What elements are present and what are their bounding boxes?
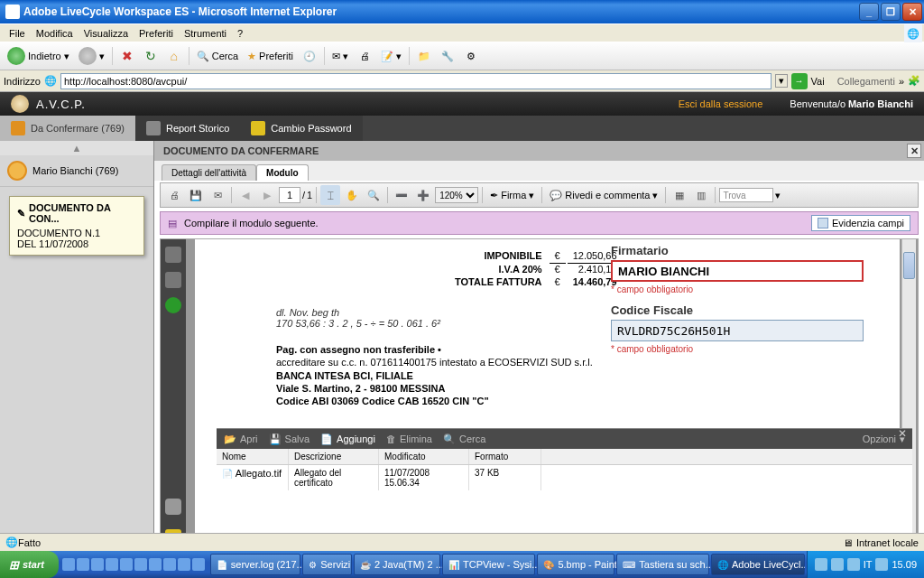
task-button[interactable]: 📄server.log (217... <box>210 554 300 575</box>
ql-icon[interactable] <box>192 558 205 571</box>
extension-icon[interactable]: 🧩 <box>908 75 920 87</box>
menu-file[interactable]: File <box>4 26 31 41</box>
task-button[interactable]: ⚙Servizi <box>302 554 352 575</box>
edit-button[interactable]: 📝 ▾ <box>377 45 405 67</box>
tab-report-storico[interactable]: Report Storico <box>135 116 240 141</box>
print-icon[interactable]: 🖨 <box>164 185 184 205</box>
home-button[interactable]: ⌂ <box>163 45 185 67</box>
collapse-up[interactable]: ▲ <box>0 141 153 155</box>
extra-button-3[interactable]: ⚙ <box>460 45 482 67</box>
help-icon[interactable] <box>165 297 181 313</box>
scrollbar-thumb[interactable] <box>903 252 915 279</box>
review-dropdown[interactable]: 💬Rivedi e commenta ▾ <box>546 190 661 201</box>
tab-cambio-password[interactable]: Cambio Password <box>240 116 362 141</box>
address-input[interactable] <box>60 73 772 89</box>
extra-button-2[interactable]: 🔧 <box>437 45 458 67</box>
col-name[interactable]: Nome <box>217 449 289 464</box>
menu-fav[interactable]: Preferiti <box>134 26 179 41</box>
menu-edit[interactable]: Modifica <box>31 26 79 41</box>
menu-tools[interactable]: Strumenti <box>179 26 232 41</box>
marquee-zoom-icon[interactable]: 🔍 <box>364 185 383 205</box>
ql-icon[interactable] <box>120 558 133 571</box>
tray-icon[interactable] <box>875 558 888 571</box>
menu-view[interactable]: Visualizza <box>79 26 134 41</box>
find-input[interactable] <box>719 188 773 202</box>
att-add[interactable]: 📄 Aggiungi <box>320 434 375 445</box>
close-button[interactable]: ✕ <box>902 3 922 21</box>
select-tool-icon[interactable]: ⌶ <box>320 185 340 205</box>
favorites-button[interactable]: ★Preferiti <box>244 45 297 67</box>
tray-icon[interactable] <box>847 558 860 571</box>
att-open[interactable]: 📂 Apri <box>224 434 258 445</box>
task-button[interactable]: ⌨Tastiera su sch... <box>616 554 709 575</box>
col-fmt[interactable]: Formato <box>469 449 541 464</box>
user-row[interactable]: Mario Bianchi (769) <box>0 155 153 187</box>
tray-clock[interactable]: 15.09 <box>892 559 917 570</box>
back-button[interactable]: Indietro ▾ <box>4 45 73 67</box>
refresh-button[interactable]: ↻ <box>140 45 162 67</box>
page-input[interactable] <box>279 187 300 203</box>
search-button[interactable]: 🔍Cerca <box>193 45 242 67</box>
email-icon[interactable]: ✉ <box>208 185 227 205</box>
zoom-in-icon[interactable]: ➕ <box>413 185 433 205</box>
ql-icon[interactable] <box>91 558 104 571</box>
tray-icon[interactable] <box>831 558 844 571</box>
task-button-active[interactable]: 🌐Adobe LiveCycl... <box>711 554 805 575</box>
close-document-button[interactable]: ✕ <box>907 144 921 158</box>
print-button[interactable]: 🖨 <box>354 45 375 67</box>
att-delete[interactable]: 🗑 Elimina <box>386 434 432 444</box>
attachment-row[interactable]: 📄 Allegato.tif Allegato del certificato … <box>217 465 912 490</box>
tray-lang[interactable]: IT <box>864 559 873 570</box>
sign-dropdown[interactable]: ✒Firma ▾ <box>486 190 538 201</box>
subtab-modulo[interactable]: Modulo <box>256 164 309 181</box>
next-page-icon[interactable]: ▶ <box>257 185 277 205</box>
layout-1-icon[interactable]: ▦ <box>670 185 689 205</box>
logout-link[interactable]: Esci dalla sessione <box>679 98 763 109</box>
go-button[interactable]: → <box>791 73 808 89</box>
zoom-out-icon[interactable]: ➖ <box>392 185 411 205</box>
stop-button[interactable]: ✖ <box>116 45 138 67</box>
menu-help[interactable]: ? <box>232 26 248 41</box>
task-button[interactable]: ☕2 Java(TM) 2 ... <box>354 554 440 575</box>
links-chevron[interactable]: » <box>899 76 904 87</box>
task-button[interactable]: 📊TCPView - Sysi... <box>442 554 535 575</box>
save-icon[interactable]: 💾 <box>186 185 206 205</box>
hand-tool-icon[interactable]: ✋ <box>342 185 362 205</box>
ql-icon[interactable] <box>163 558 176 571</box>
ql-icon[interactable] <box>106 558 118 571</box>
extra-button-1[interactable]: 📁 <box>413 45 435 67</box>
zoom-select[interactable]: 120% <box>435 187 478 203</box>
pages-panel-icon[interactable] <box>165 247 181 263</box>
pdf-page-area[interactable]: IMPONIBILE€12.050,66 I.V.A 20%€2.410,13 … <box>186 239 918 545</box>
cf-input[interactable] <box>611 320 864 341</box>
start-button[interactable]: ⊞ start <box>0 551 59 578</box>
att-search[interactable]: 🔍 Cerca <box>443 434 485 445</box>
col-desc[interactable]: Descrizione <box>289 449 379 464</box>
subtab-dettagli[interactable]: Dettagli dell'attività <box>162 164 256 181</box>
ql-icon[interactable] <box>62 558 75 571</box>
bookmarks-panel-icon[interactable] <box>165 272 181 288</box>
tray-icon[interactable] <box>815 558 827 571</box>
minimize-button[interactable]: _ <box>859 3 879 21</box>
highlight-fields-button[interactable]: Evidenzia campi <box>811 215 910 231</box>
document-card[interactable]: ✎DOCUMENTO DA CON... DOCUMENTO N.1 DEL 1… <box>9 196 144 256</box>
prev-page-icon[interactable]: ◀ <box>236 185 255 205</box>
ql-icon[interactable] <box>149 558 162 571</box>
task-button[interactable]: 🎨5.bmp - Paint <box>537 554 614 575</box>
att-close-button[interactable]: ✕ <box>894 427 910 440</box>
ql-icon[interactable] <box>178 558 190 571</box>
mail-button[interactable]: ✉ ▾ <box>328 45 352 67</box>
address-dropdown[interactable]: ▾ <box>775 74 788 88</box>
links-label[interactable]: Collegamenti <box>837 76 895 87</box>
att-save[interactable]: 💾 Salva <box>269 434 310 445</box>
history-button[interactable]: 🕘 <box>299 45 320 67</box>
maximize-button[interactable]: ❐ <box>881 3 901 21</box>
firmatario-input[interactable] <box>611 260 864 282</box>
ql-icon[interactable] <box>134 558 147 571</box>
attachments-panel-icon[interactable] <box>165 499 181 515</box>
ql-icon[interactable] <box>77 558 89 571</box>
layout-2-icon[interactable]: ▥ <box>691 185 711 205</box>
tab-da-confermare[interactable]: Da Confermare (769) <box>0 116 135 141</box>
col-mod[interactable]: Modificato <box>379 449 469 464</box>
forward-button[interactable]: ▾ <box>75 45 108 67</box>
